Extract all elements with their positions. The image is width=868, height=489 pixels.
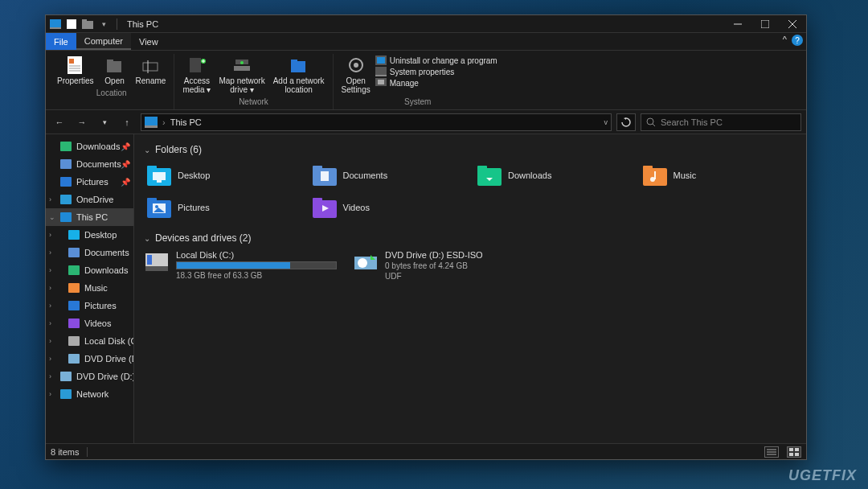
ribbon-group-location: Properties Open Rename Location: [49, 54, 174, 109]
sidebar-item-local-disk-c-[interactable]: ›Local Disk (C:): [46, 332, 133, 350]
sidebar-item-dvd-drive-d-e[interactable]: ›DVD Drive (D:) E: [46, 350, 133, 368]
recent-dropdown[interactable]: ▾: [96, 113, 113, 131]
chevron-icon: ›: [49, 372, 51, 380]
folder-pictures[interactable]: Pictures: [144, 194, 301, 221]
close-button[interactable]: [779, 15, 806, 33]
pin-icon: 📌: [121, 160, 130, 169]
tab-computer[interactable]: Computer: [76, 33, 131, 50]
tiles-view-button[interactable]: [787, 446, 801, 458]
folder-label: Videos: [343, 203, 370, 212]
folder-icon: [313, 197, 337, 218]
open-settings-button[interactable]: Open Settings: [338, 54, 374, 96]
up-button[interactable]: ↑: [118, 113, 136, 131]
uninstall-program-button[interactable]: Uninstall or change a program: [375, 55, 497, 65]
drives-header[interactable]: ⌄ Devices and drives (2): [144, 232, 796, 244]
sidebar-item-music[interactable]: ›Music: [46, 279, 133, 297]
chevron-icon: ›: [49, 355, 51, 363]
sidebar-item-desktop[interactable]: ›Desktop: [46, 226, 133, 244]
rename-button[interactable]: Rename: [133, 54, 170, 87]
uninstall-icon: [375, 55, 387, 65]
svg-rect-61: [477, 166, 487, 171]
rename-icon: [139, 55, 162, 75]
folder-videos[interactable]: Videos: [309, 194, 467, 221]
sidebar-item-downloads[interactable]: ›Downloads: [46, 261, 133, 279]
chevron-icon: ⌄: [49, 213, 55, 221]
tab-file[interactable]: File: [46, 33, 76, 50]
open-icon: [104, 55, 126, 75]
ribbon-tabs: File Computer View ^ ?: [46, 33, 806, 51]
svg-point-23: [240, 61, 244, 64]
address-bar[interactable]: › This PC v: [141, 113, 612, 131]
qat-dropdown-icon[interactable]: ▾: [97, 18, 110, 31]
sidebar-item-dvd-drive-d-e[interactable]: ›DVD Drive (D:) E: [46, 368, 133, 385]
sidebar-item-documents[interactable]: ›Documents: [46, 244, 133, 261]
system-properties-button[interactable]: System properties: [375, 67, 497, 76]
sidebar-item-network[interactable]: ›Network: [46, 385, 133, 403]
refresh-button[interactable]: [616, 113, 636, 131]
search-placeholder: Search This PC: [661, 117, 723, 127]
drive-label: DVD Drive (D:) ESD-ISO: [385, 250, 546, 260]
qat-folder-icon[interactable]: [81, 18, 94, 31]
tab-view[interactable]: View: [131, 33, 166, 50]
details-view-button[interactable]: [764, 446, 779, 458]
sidebar-item-pictures[interactable]: Pictures📌: [46, 173, 133, 191]
back-button[interactable]: ←: [51, 113, 68, 131]
manage-button[interactable]: Manage: [375, 78, 497, 88]
svg-rect-52: [60, 389, 72, 399]
svg-rect-25: [291, 60, 297, 63]
address-dropdown-icon[interactable]: v: [604, 118, 608, 126]
folder-icon: [147, 165, 171, 186]
map-drive-label: Map network drive ▾: [219, 76, 264, 94]
folders-header[interactable]: ⌄ Folders (6): [144, 144, 796, 155]
svg-rect-29: [377, 57, 385, 64]
drive-subtext2: UDF: [385, 272, 546, 281]
sidebar-item-label: Downloads: [76, 142, 120, 151]
drive-local-disk-c-[interactable]: Local Disk (C:)18.3 GB free of 63.3 GB: [144, 250, 337, 281]
sidebar-item-label: OneDrive: [76, 195, 113, 204]
sidebar-item-onedrive[interactable]: ›OneDrive: [46, 191, 133, 208]
search-box[interactable]: Search This PC: [641, 113, 801, 131]
sidebar-item-this-pc[interactable]: ⌄This PC: [46, 208, 133, 226]
sidebar-item-label: Documents: [84, 248, 129, 257]
folder-downloads[interactable]: Downloads: [474, 162, 632, 189]
content-pane: ⌄ Folders (6) DesktopDocumentsDownloadsM…: [134, 134, 806, 443]
sidebar-item-label: Music: [84, 283, 108, 293]
pc-icon: [145, 117, 158, 128]
breadcrumb[interactable]: This PC: [170, 117, 202, 127]
sidebar-item-videos[interactable]: ›Videos: [46, 314, 133, 332]
qat-new-icon[interactable]: [65, 18, 78, 31]
folder-icon: [313, 165, 337, 186]
ribbon-collapse-icon[interactable]: ^: [783, 35, 787, 44]
map-drive-button[interactable]: Map network drive ▾: [215, 54, 268, 96]
folder-music[interactable]: Music: [640, 162, 797, 189]
sidebar-item-pictures[interactable]: ›Pictures: [46, 297, 133, 314]
minimize-button[interactable]: [724, 15, 751, 33]
forward-button[interactable]: →: [73, 113, 91, 131]
folder-icon: [147, 197, 171, 218]
app-icon: [49, 18, 62, 31]
svg-rect-82: [789, 453, 793, 456]
properties-button[interactable]: Properties: [54, 54, 97, 87]
sidebar-item-downloads[interactable]: Downloads📌: [46, 138, 133, 155]
group-label-network: Network: [239, 96, 268, 109]
disk-icon: [68, 336, 80, 346]
add-location-button[interactable]: Add a network location: [270, 54, 328, 96]
rename-label: Rename: [136, 76, 166, 85]
folder-documents[interactable]: Documents: [309, 162, 467, 189]
folder-icon: [477, 165, 502, 186]
sidebar-item-label: Pictures: [84, 301, 117, 310]
maximize-button[interactable]: [751, 15, 779, 33]
access-media-button[interactable]: Access media ▾: [179, 54, 214, 96]
capacity-bar: [176, 261, 337, 269]
open-button[interactable]: Open: [99, 54, 131, 87]
help-icon[interactable]: ?: [792, 35, 803, 46]
sidebar-item-label: Desktop: [84, 230, 117, 240]
navbar: ← → ▾ ↑ › This PC v Search This PC: [46, 110, 806, 134]
drive-dvd-drive-d-esd-iso[interactable]: DVD Drive (D:) ESD-ISO0 bytes free of 4.…: [353, 250, 546, 281]
folder-desktop[interactable]: Desktop: [144, 162, 301, 189]
dvd-icon: [68, 354, 80, 364]
svg-rect-21: [234, 66, 250, 71]
svg-rect-50: [68, 354, 80, 364]
sidebar-item-documents[interactable]: Documents📌: [46, 155, 133, 173]
svg-rect-19: [190, 58, 201, 72]
